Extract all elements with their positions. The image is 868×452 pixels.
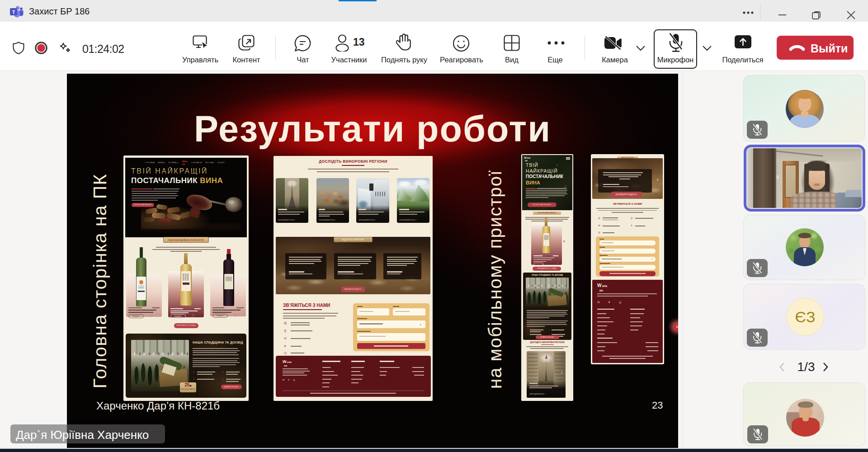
svg-text:T: T xyxy=(12,9,15,15)
